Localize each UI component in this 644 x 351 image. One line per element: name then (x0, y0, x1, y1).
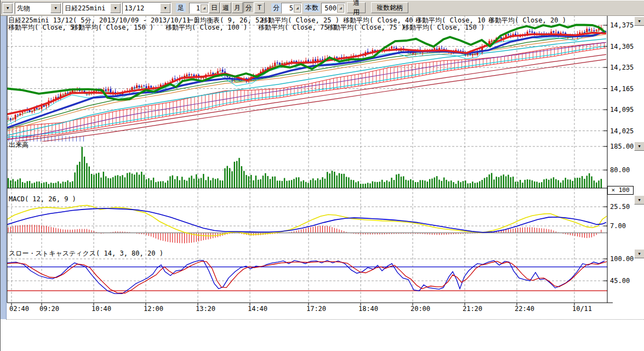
volume-panel-dropdown-arrow[interactable]: ▼ (634, 141, 644, 151)
y-axis-label: 14,305 (610, 43, 634, 50)
time-axis-label: 22:40 (515, 305, 534, 313)
y-axis-label: 14,375 (610, 21, 634, 29)
contract-month-combo[interactable]: 13/12 ▼ (122, 2, 172, 14)
symbol-combo[interactable]: 日経225mini ▼ (62, 2, 122, 14)
y-axis-label: 14,025 (610, 127, 634, 135)
legend-ma75b: 移動平均( Close, 75 ) (327, 23, 405, 32)
volume-panel (8, 147, 602, 188)
period-day-button[interactable]: 日 (209, 2, 220, 13)
volume-multiplier-box: × 100 (607, 186, 634, 195)
chevron-down-icon[interactable]: ▼ (110, 3, 121, 13)
price-panel-dropdown-arrow[interactable]: ▼ (634, 16, 644, 26)
stoch-panel-title: スロー・ストキャスティクス( 14, 3, 80, 20 ) (9, 249, 163, 258)
time-axis-label: 10/11 (572, 305, 592, 313)
stoch-panel-dropdown-arrow[interactable]: ▼ (634, 249, 644, 258)
macd-panel-dropdown-arrow[interactable]: ▼ (634, 195, 644, 205)
y-axis-label: 25.50 (610, 203, 630, 211)
y-axis-label: 100.00 (610, 255, 634, 263)
time-axis-label: 13:20 (196, 305, 215, 313)
gridlines (7, 15, 607, 305)
y-axis-label: 7.00 (610, 222, 626, 230)
volume-panel-title: 出来高 (9, 140, 29, 150)
legend-ma5: 移動平均( Close, 5 ) (8, 23, 82, 32)
macd-panel (7, 205, 607, 243)
legend-ma20: 移動平均( Close, 20 ) (488, 16, 566, 25)
apply-button[interactable]: 適用 (347, 2, 366, 13)
period-week-button[interactable]: 週 (220, 2, 231, 13)
multi-symbol-button[interactable]: 複数銘柄 (371, 2, 408, 13)
time-axis-label: 18:40 (358, 305, 378, 313)
category-combo-value: 先物 (15, 4, 50, 13)
y-axis-label: 14,235 (610, 64, 634, 71)
left-splitter[interactable] (1, 15, 7, 319)
time-axis-label: 14:40 (248, 305, 267, 313)
legend-ma150: 移動平均( Close, 150 ) (72, 23, 153, 32)
y-axis-label: 14,165 (610, 85, 634, 93)
minute-spinner-value: 5 (282, 4, 294, 12)
mini-combo[interactable]: ▼ (2, 2, 14, 14)
spinner-icon[interactable]: ◢ (337, 4, 344, 13)
category-combo[interactable]: 先物 ▼ (15, 2, 62, 14)
legend-ma100: 移動平均( Close, 100 ) (166, 23, 247, 32)
y-axis-label: 185.00 (610, 143, 634, 150)
frame-bottom-edge (6, 319, 644, 320)
time-axis-label: 10:40 (92, 305, 111, 313)
period-tick-button[interactable]: T (254, 2, 265, 13)
minute-spinner[interactable]: 5 ◢ (281, 3, 302, 14)
time-axis-label: 12:00 (144, 305, 163, 313)
time-axis-label: 02:40 (9, 305, 29, 313)
symbol-combo-value: 日経225mini (63, 4, 110, 13)
stoch-panel (7, 261, 607, 293)
spinner-icon[interactable]: ◢ (201, 4, 208, 13)
chart-application-window: ▼ 先物 ▼ 日経225mini ▼ 13/12 ▼ 足 1 ◢ 日 週 月 分… (0, 0, 644, 351)
time-axis-label: 09:20 (39, 305, 59, 313)
legend-ma150b: 移動平均( Close, 150 ) (403, 23, 485, 32)
time-axis-label: 17:20 (306, 305, 326, 313)
toolbar: ▼ 先物 ▼ 日経225mini ▼ 13/12 ▼ 足 1 ◢ 日 週 月 分… (1, 0, 644, 16)
chevron-down-icon[interactable]: ▼ (50, 3, 61, 13)
bars-spinner-value: 500 (322, 4, 337, 12)
y-axis-label: 45.00 (610, 277, 630, 285)
macd-panel-title: MACD( 12, 26, 9 ) (9, 195, 76, 203)
chevron-down-icon[interactable]: ▼ (160, 3, 170, 13)
bars-spinner[interactable]: 500 ◢ (321, 3, 345, 14)
ashi-spinner[interactable]: 1 ◢ (189, 3, 209, 14)
y-axis-label: 14,095 (610, 106, 634, 114)
period-month-button[interactable]: 月 (232, 2, 243, 13)
spinner-icon[interactable]: ◢ (294, 4, 301, 13)
chevron-down-icon[interactable]: ▼ (3, 3, 13, 13)
price-panel (7, 25, 606, 146)
contract-month-value: 13/12 (123, 4, 159, 12)
legend-ma75: 移動平均( Close, 75 ) (258, 23, 336, 32)
bars-label: 本数 (304, 3, 320, 12)
y-axis-label: 80.00 (610, 166, 630, 174)
period-minute-button[interactable]: 分 (243, 2, 254, 13)
time-axis-label: 21:20 (463, 305, 482, 313)
minute-label: 分 (271, 3, 281, 12)
chart-canvas[interactable] (1, 0, 644, 351)
time-axis-label: 20:00 (411, 305, 430, 313)
ashi-label: 足 (176, 3, 186, 12)
ashi-spinner-value: 1 (190, 4, 201, 12)
